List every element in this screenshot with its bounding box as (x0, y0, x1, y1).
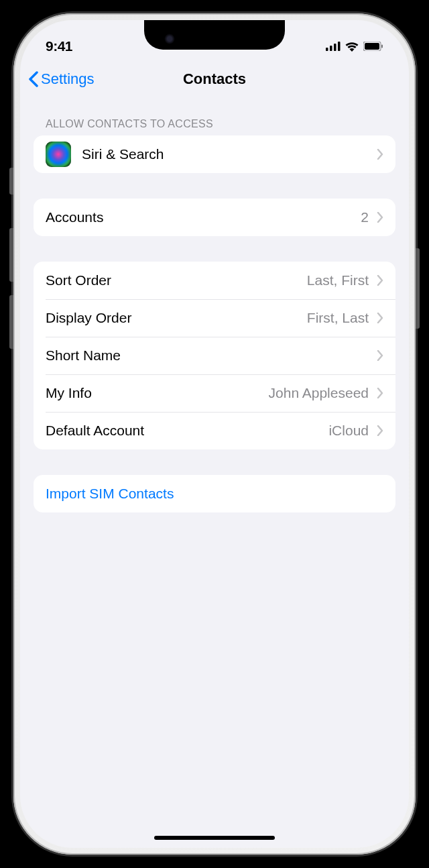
svg-rect-2 (334, 44, 336, 51)
power-button (416, 248, 420, 329)
group-access: Siri & Search (34, 135, 395, 173)
chevron-right-icon (377, 388, 383, 398)
phone-frame: 9:41 Settings Contacts ALLOW CONT (13, 13, 416, 855)
row-short-name[interactable]: Short Name (34, 337, 395, 374)
group-display-settings: Sort Order Last, First Display Order Fir… (34, 262, 395, 449)
screen: 9:41 Settings Contacts ALLOW CONT (20, 20, 409, 848)
display-order-value: First, Last (307, 310, 369, 326)
default-account-label: Default Account (46, 423, 328, 439)
sort-order-label: Sort Order (46, 272, 307, 288)
mute-switch (9, 168, 13, 195)
home-indicator[interactable] (154, 836, 275, 840)
row-my-info[interactable]: My Info John Appleseed (34, 374, 395, 412)
import-sim-label: Import SIM Contacts (46, 486, 383, 502)
accounts-label: Accounts (46, 209, 361, 225)
chevron-right-icon (377, 149, 383, 160)
svg-rect-5 (365, 43, 379, 50)
svg-rect-3 (338, 42, 341, 51)
status-indicators (326, 42, 383, 52)
my-info-label: My Info (46, 385, 269, 401)
back-label: Settings (41, 70, 95, 88)
page-title: Contacts (183, 70, 246, 88)
row-accounts[interactable]: Accounts 2 (34, 199, 395, 236)
my-info-value: John Appleseed (269, 385, 369, 401)
wifi-icon (345, 42, 359, 52)
short-name-label: Short Name (46, 347, 377, 364)
chevron-right-icon (377, 350, 383, 361)
row-siri-search[interactable]: Siri & Search (34, 135, 395, 173)
default-account-value: iCloud (328, 423, 369, 439)
back-button[interactable]: Settings (28, 70, 95, 88)
row-sort-order[interactable]: Sort Order Last, First (34, 262, 395, 299)
group-import: Import SIM Contacts (34, 475, 395, 512)
section-header-access: ALLOW CONTACTS TO ACCESS (34, 98, 395, 135)
svg-rect-0 (326, 48, 328, 51)
status-time: 9:41 (46, 38, 72, 54)
front-camera (164, 34, 175, 44)
cellular-signal-icon (326, 42, 341, 51)
siri-icon (46, 142, 71, 167)
display-order-label: Display Order (46, 310, 307, 326)
navigation-bar: Settings Contacts (20, 60, 409, 98)
chevron-right-icon (377, 425, 383, 436)
row-import-sim[interactable]: Import SIM Contacts (34, 475, 395, 512)
chevron-right-icon (377, 275, 383, 286)
sort-order-value: Last, First (307, 272, 369, 288)
row-display-order[interactable]: Display Order First, Last (34, 299, 395, 337)
chevron-right-icon (377, 212, 383, 223)
chevron-right-icon (377, 313, 383, 323)
group-accounts: Accounts 2 (34, 199, 395, 236)
accounts-value: 2 (361, 209, 369, 225)
volume-down-button (9, 295, 13, 349)
chevron-left-icon (28, 71, 38, 87)
row-default-account[interactable]: Default Account iCloud (34, 412, 395, 449)
siri-search-label: Siri & Search (82, 146, 377, 162)
volume-up-button (9, 228, 13, 282)
battery-icon (363, 42, 383, 51)
svg-rect-6 (381, 45, 383, 48)
settings-content: ALLOW CONTACTS TO ACCESS Siri & Search A… (20, 98, 409, 512)
svg-rect-1 (330, 46, 332, 51)
